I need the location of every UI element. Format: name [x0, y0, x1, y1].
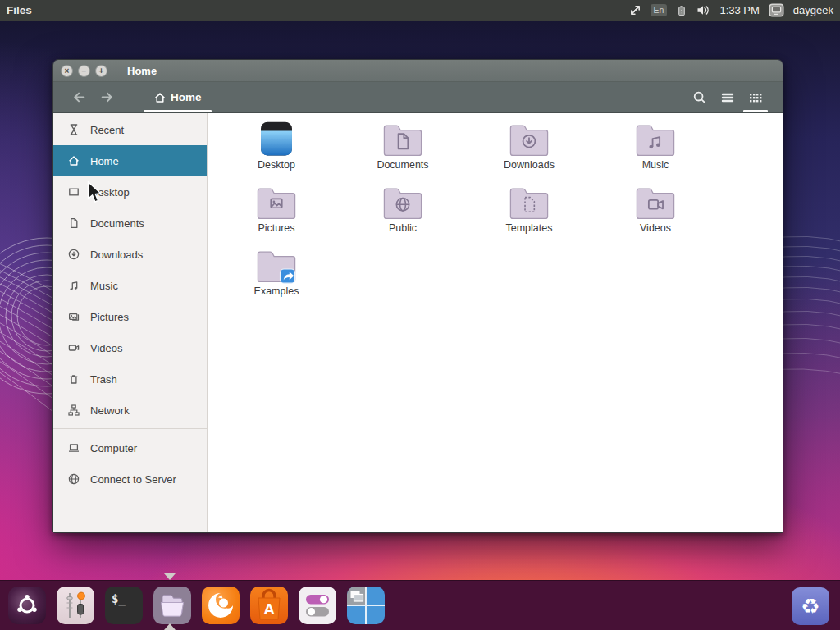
download-icon	[67, 248, 80, 261]
battery-icon[interactable]	[676, 4, 687, 17]
sidebar-item-trash[interactable]: Trash	[53, 363, 207, 395]
terminal-prompt: $_	[112, 592, 126, 605]
file-grid: Desktop Documents Downloads Music Pictur…	[208, 113, 783, 533]
running-indicator-bottom	[164, 623, 176, 630]
minimize-button[interactable]: −	[78, 65, 90, 77]
clock[interactable]: 1:33 PM	[719, 4, 759, 16]
sidebar-label: Computer	[90, 442, 137, 454]
file-examples[interactable]: Examples	[213, 246, 340, 309]
globe-icon	[67, 472, 80, 486]
sidebar-item-desktop[interactable]: Desktop	[53, 176, 207, 208]
location-home-button[interactable]: Home	[142, 82, 213, 112]
search-button[interactable]	[686, 82, 714, 112]
running-indicator-top	[164, 573, 176, 580]
session-monitor-icon[interactable]	[769, 3, 784, 17]
file-templates[interactable]: Templates	[466, 183, 592, 246]
folder-video-icon	[632, 183, 679, 221]
keyboard-layout-indicator[interactable]: En	[651, 4, 668, 16]
file-label: Music	[642, 159, 669, 171]
document-icon	[67, 217, 80, 230]
sidebar-item-computer[interactable]: Computer	[53, 432, 207, 463]
panel-app-menu[interactable]: Files	[7, 4, 32, 16]
computer-icon	[67, 441, 80, 454]
pictures-icon	[67, 310, 80, 323]
file-label: Videos	[640, 222, 671, 234]
sidebar-item-videos[interactable]: Videos	[53, 332, 207, 363]
sidebar-item-home[interactable]: Home	[53, 145, 207, 176]
music-icon	[67, 279, 80, 292]
forward-arrow-icon	[99, 89, 115, 105]
file-pictures[interactable]: Pictures	[213, 183, 340, 246]
file-desktop[interactable]: Desktop	[213, 120, 340, 183]
home-icon	[153, 91, 167, 104]
desktop-display-icon	[253, 120, 300, 158]
folder-pictures-icon	[253, 183, 300, 221]
forward-button[interactable]	[93, 82, 121, 112]
window-title: Home	[127, 65, 157, 77]
hourglass-icon	[67, 123, 80, 136]
sidebar-label: Home	[90, 155, 119, 167]
back-button[interactable]	[65, 82, 93, 112]
mouse-cursor	[87, 181, 103, 203]
list-view-button[interactable]	[714, 82, 742, 112]
network-icon	[67, 404, 80, 417]
sidebar-label: Music	[90, 280, 118, 292]
file-label: Downloads	[504, 159, 555, 171]
ubuntu-dash-button[interactable]	[8, 587, 46, 624]
firefox-button[interactable]	[202, 587, 240, 624]
files-window: × − + Home Home	[52, 59, 783, 533]
file-videos[interactable]: Videos	[592, 183, 719, 246]
sidebar-label: Trash	[90, 373, 117, 386]
volume-icon[interactable]	[696, 4, 710, 16]
terminal-button[interactable]: $_	[105, 587, 143, 624]
file-downloads[interactable]: Downloads	[466, 120, 592, 183]
settings-toggles-button[interactable]	[299, 587, 336, 624]
folder-globe-icon	[379, 183, 427, 221]
location-label: Home	[171, 91, 202, 103]
folder-templates-icon	[505, 183, 553, 221]
sidebar-label: Videos	[90, 342, 123, 354]
file-documents[interactable]: Documents	[340, 120, 466, 183]
grid-view-button[interactable]	[742, 82, 769, 112]
folder-icon	[153, 587, 191, 624]
file-label: Pictures	[258, 222, 294, 234]
system-settings-sliders-button[interactable]	[57, 587, 94, 624]
file-label: Desktop	[258, 159, 295, 171]
desktop-icon	[67, 185, 80, 199]
file-music[interactable]: Music	[592, 120, 719, 183]
toggles-icon	[299, 587, 336, 624]
sidebar-item-recent[interactable]: Recent	[53, 114, 207, 145]
firefox-logo-icon	[202, 587, 240, 624]
maximize-button[interactable]: +	[95, 65, 107, 77]
sidebar-item-pictures[interactable]: Pictures	[53, 301, 207, 332]
software-letter: A	[263, 600, 275, 618]
home-icon	[67, 154, 80, 167]
sidebar-item-network[interactable]: Network	[53, 395, 207, 426]
software-bag-icon: A	[250, 587, 288, 624]
sidebar-item-connect-to-server[interactable]: Connect to Server	[53, 463, 207, 495]
software-center-button[interactable]: A	[250, 587, 288, 624]
folder-link-icon	[253, 246, 300, 285]
close-button[interactable]: ×	[61, 65, 73, 77]
sidebar-label: Pictures	[90, 311, 129, 323]
sliders-icon	[57, 587, 94, 624]
sidebar-divider	[53, 428, 207, 429]
back-arrow-icon	[71, 89, 87, 105]
workspaces-icon	[347, 587, 385, 624]
sidebar-item-documents[interactable]: Documents	[53, 208, 207, 239]
sidebar-label: Documents	[90, 217, 144, 230]
window-titlebar[interactable]: × − + Home	[53, 60, 783, 82]
sidebar-item-music[interactable]: Music	[53, 270, 207, 301]
grid-view-icon	[747, 89, 764, 106]
network-transfer-icon[interactable]	[629, 4, 641, 16]
sidebar-item-downloads[interactable]: Downloads	[53, 239, 207, 270]
file-public[interactable]: Public	[340, 183, 466, 246]
files-app-button[interactable]	[153, 587, 191, 624]
workspace-switcher-button[interactable]	[347, 587, 385, 624]
file-label: Examples	[254, 285, 299, 297]
file-label: Public	[389, 222, 417, 234]
list-view-icon	[720, 90, 735, 105]
dock-trash-button[interactable]: ♻	[792, 587, 829, 625]
places-sidebar: Recent Home Desktop	[53, 113, 208, 533]
session-username[interactable]: daygeek	[793, 4, 833, 16]
